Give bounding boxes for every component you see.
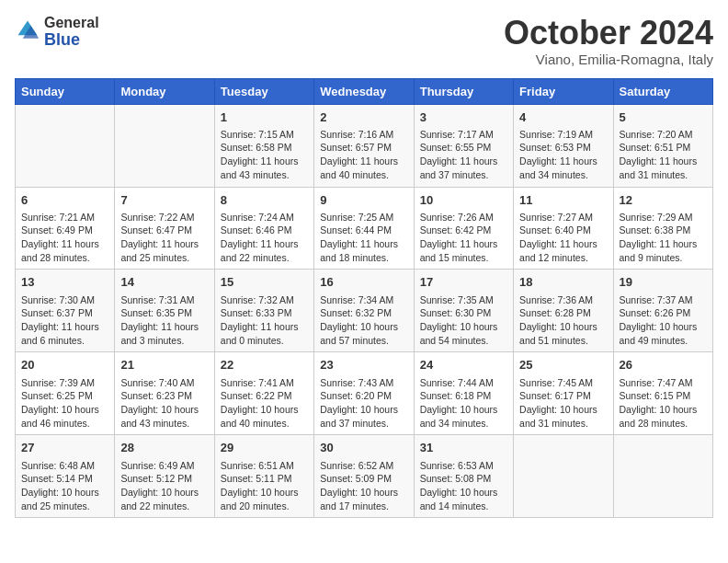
page-header: General Blue October 2024 Viano, Emilia-… <box>15 15 713 67</box>
day-number: 13 <box>21 274 108 291</box>
day-info: Sunrise: 7:20 AM Sunset: 6:51 PM Dayligh… <box>620 128 707 182</box>
calendar-cell: 4Sunrise: 7:19 AM Sunset: 6:53 PM Daylig… <box>514 104 613 187</box>
day-number: 1 <box>221 109 308 126</box>
day-info: Sunrise: 7:26 AM Sunset: 6:42 PM Dayligh… <box>420 211 507 265</box>
day-info: Sunrise: 6:52 AM Sunset: 5:09 PM Dayligh… <box>320 459 407 513</box>
day-info: Sunrise: 7:40 AM Sunset: 6:23 PM Dayligh… <box>120 376 208 431</box>
day-info: Sunrise: 6:49 AM Sunset: 5:12 PM Dayligh… <box>120 459 208 513</box>
day-number: 28 <box>120 440 208 456</box>
day-info: Sunrise: 7:45 AM Sunset: 6:17 PM Dayligh… <box>519 376 607 431</box>
day-number: 10 <box>420 192 507 209</box>
day-info: Sunrise: 7:25 AM Sunset: 6:44 PM Dayligh… <box>320 211 407 265</box>
day-number: 7 <box>120 192 208 209</box>
calendar-week-row: 20Sunrise: 7:39 AM Sunset: 6:25 PM Dayli… <box>16 352 713 435</box>
calendar-cell <box>115 104 214 187</box>
day-number: 16 <box>320 274 407 291</box>
calendar-cell: 18Sunrise: 7:36 AM Sunset: 6:28 PM Dayli… <box>514 270 613 352</box>
weekday-header-row: SundayMondayTuesdayWednesdayThursdayFrid… <box>16 78 713 104</box>
calendar-week-row: 1Sunrise: 7:15 AM Sunset: 6:58 PM Daylig… <box>16 104 713 187</box>
day-number: 24 <box>420 357 507 373</box>
location-text: Viano, Emilia-Romagna, Italy <box>504 52 713 67</box>
day-number: 4 <box>519 109 607 126</box>
calendar-cell: 13Sunrise: 7:30 AM Sunset: 6:37 PM Dayli… <box>16 270 115 352</box>
day-info: Sunrise: 7:22 AM Sunset: 6:47 PM Dayligh… <box>120 211 208 265</box>
calendar-cell: 25Sunrise: 7:45 AM Sunset: 6:17 PM Dayli… <box>514 352 613 435</box>
calendar-cell: 27Sunrise: 6:48 AM Sunset: 5:14 PM Dayli… <box>16 435 115 518</box>
day-info: Sunrise: 7:47 AM Sunset: 6:15 PM Dayligh… <box>620 376 707 431</box>
calendar-cell: 6Sunrise: 7:21 AM Sunset: 6:49 PM Daylig… <box>16 187 115 270</box>
calendar-cell: 14Sunrise: 7:31 AM Sunset: 6:35 PM Dayli… <box>115 270 214 352</box>
calendar-cell: 3Sunrise: 7:17 AM Sunset: 6:55 PM Daylig… <box>414 104 513 187</box>
weekday-header-sunday: Sunday <box>16 78 115 104</box>
day-number: 14 <box>120 274 208 291</box>
day-info: Sunrise: 7:37 AM Sunset: 6:26 PM Dayligh… <box>620 293 707 348</box>
day-info: Sunrise: 7:27 AM Sunset: 6:40 PM Dayligh… <box>519 211 607 265</box>
day-info: Sunrise: 7:36 AM Sunset: 6:28 PM Dayligh… <box>519 293 607 348</box>
month-title: October 2024 <box>504 15 713 52</box>
day-info: Sunrise: 7:29 AM Sunset: 6:38 PM Dayligh… <box>620 211 707 265</box>
day-number: 31 <box>420 440 507 456</box>
calendar-cell: 2Sunrise: 7:16 AM Sunset: 6:57 PM Daylig… <box>314 104 414 187</box>
calendar-cell <box>514 435 613 518</box>
calendar-header: SundayMondayTuesdayWednesdayThursdayFrid… <box>16 78 713 104</box>
logo-general-text: General <box>44 15 99 31</box>
day-number: 29 <box>221 440 308 456</box>
calendar-cell: 8Sunrise: 7:24 AM Sunset: 6:46 PM Daylig… <box>214 187 313 270</box>
title-area: October 2024 Viano, Emilia-Romagna, Ital… <box>504 15 713 67</box>
day-info: Sunrise: 7:41 AM Sunset: 6:22 PM Dayligh… <box>221 376 308 431</box>
day-info: Sunrise: 7:30 AM Sunset: 6:37 PM Dayligh… <box>21 293 108 348</box>
day-info: Sunrise: 6:48 AM Sunset: 5:14 PM Dayligh… <box>21 459 108 513</box>
day-number: 25 <box>519 357 607 373</box>
day-number: 12 <box>620 192 707 209</box>
logo-icon <box>15 17 40 43</box>
calendar-cell <box>16 104 115 187</box>
day-info: Sunrise: 7:21 AM Sunset: 6:49 PM Dayligh… <box>21 211 108 265</box>
weekday-header-monday: Monday <box>115 78 214 104</box>
day-info: Sunrise: 7:35 AM Sunset: 6:30 PM Dayligh… <box>420 293 507 348</box>
day-info: Sunrise: 7:44 AM Sunset: 6:18 PM Dayligh… <box>420 376 507 431</box>
day-info: Sunrise: 7:34 AM Sunset: 6:32 PM Dayligh… <box>320 293 407 348</box>
logo-blue-text: Blue <box>44 31 99 50</box>
calendar-cell: 21Sunrise: 7:40 AM Sunset: 6:23 PM Dayli… <box>115 352 214 435</box>
calendar-cell: 20Sunrise: 7:39 AM Sunset: 6:25 PM Dayli… <box>16 352 115 435</box>
calendar-cell: 22Sunrise: 7:41 AM Sunset: 6:22 PM Dayli… <box>214 352 313 435</box>
day-number: 23 <box>320 357 407 373</box>
calendar-cell: 9Sunrise: 7:25 AM Sunset: 6:44 PM Daylig… <box>314 187 414 270</box>
day-info: Sunrise: 7:43 AM Sunset: 6:20 PM Dayligh… <box>320 376 407 431</box>
day-number: 8 <box>221 192 308 209</box>
weekday-header-saturday: Saturday <box>613 78 712 104</box>
day-number: 5 <box>620 109 707 126</box>
calendar-week-row: 6Sunrise: 7:21 AM Sunset: 6:49 PM Daylig… <box>16 187 713 270</box>
weekday-header-friday: Friday <box>514 78 613 104</box>
calendar-cell: 23Sunrise: 7:43 AM Sunset: 6:20 PM Dayli… <box>314 352 414 435</box>
day-number: 17 <box>420 274 507 291</box>
calendar-body: 1Sunrise: 7:15 AM Sunset: 6:58 PM Daylig… <box>16 104 713 518</box>
day-info: Sunrise: 6:51 AM Sunset: 5:11 PM Dayligh… <box>221 459 308 513</box>
day-number: 11 <box>519 192 607 209</box>
calendar-cell: 10Sunrise: 7:26 AM Sunset: 6:42 PM Dayli… <box>414 187 513 270</box>
calendar-cell: 1Sunrise: 7:15 AM Sunset: 6:58 PM Daylig… <box>214 104 313 187</box>
day-number: 22 <box>221 357 308 373</box>
day-number: 19 <box>620 274 707 291</box>
day-number: 9 <box>320 192 407 209</box>
day-info: Sunrise: 7:16 AM Sunset: 6:57 PM Dayligh… <box>320 128 407 182</box>
logo: General Blue <box>15 15 99 49</box>
calendar-table: SundayMondayTuesdayWednesdayThursdayFrid… <box>15 78 713 519</box>
calendar-cell: 16Sunrise: 7:34 AM Sunset: 6:32 PM Dayli… <box>314 270 414 352</box>
day-number: 21 <box>120 357 208 373</box>
calendar-cell: 15Sunrise: 7:32 AM Sunset: 6:33 PM Dayli… <box>214 270 313 352</box>
calendar-cell: 29Sunrise: 6:51 AM Sunset: 5:11 PM Dayli… <box>214 435 313 518</box>
day-info: Sunrise: 7:32 AM Sunset: 6:33 PM Dayligh… <box>221 293 308 348</box>
day-info: Sunrise: 7:19 AM Sunset: 6:53 PM Dayligh… <box>519 128 607 182</box>
calendar-cell: 26Sunrise: 7:47 AM Sunset: 6:15 PM Dayli… <box>613 352 712 435</box>
day-number: 15 <box>221 274 308 291</box>
day-info: Sunrise: 7:24 AM Sunset: 6:46 PM Dayligh… <box>221 211 308 265</box>
calendar-week-row: 13Sunrise: 7:30 AM Sunset: 6:37 PM Dayli… <box>16 270 713 352</box>
day-number: 3 <box>420 109 507 126</box>
day-number: 27 <box>21 440 108 456</box>
calendar-cell: 28Sunrise: 6:49 AM Sunset: 5:12 PM Dayli… <box>115 435 214 518</box>
calendar-week-row: 27Sunrise: 6:48 AM Sunset: 5:14 PM Dayli… <box>16 435 713 518</box>
day-info: Sunrise: 7:39 AM Sunset: 6:25 PM Dayligh… <box>21 376 108 431</box>
calendar-cell: 5Sunrise: 7:20 AM Sunset: 6:51 PM Daylig… <box>613 104 712 187</box>
day-info: Sunrise: 7:15 AM Sunset: 6:58 PM Dayligh… <box>221 128 308 182</box>
